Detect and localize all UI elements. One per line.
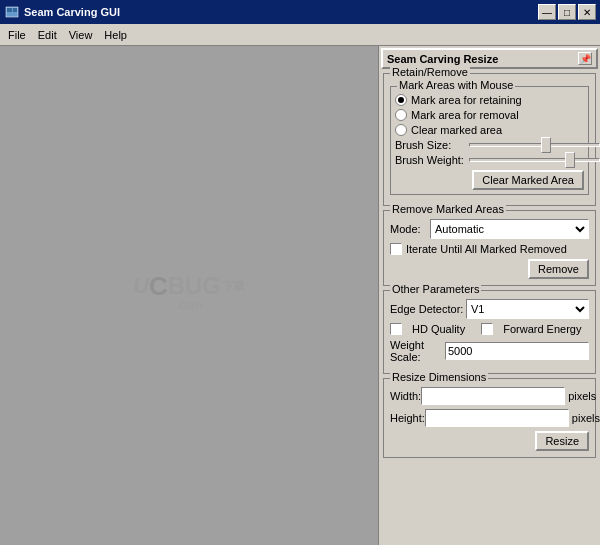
panel-title-buttons: 📌 xyxy=(578,52,592,65)
weight-scale-label: Weight Scale: xyxy=(390,339,445,363)
main-area: U C BUG 下载 .com Seam Carving Resize 📌 Re… xyxy=(0,46,600,545)
resize-button[interactable]: Resize xyxy=(535,431,589,451)
iterate-label: Iterate Until All Marked Removed xyxy=(406,243,567,255)
forward-energy-checkbox[interactable] xyxy=(481,323,493,335)
mode-label: Mode: xyxy=(390,223,430,235)
retain-remove-title: Retain/Remove xyxy=(390,66,470,78)
brush-size-label: Brush Size: xyxy=(395,139,469,151)
brush-weight-label: Brush Weight: xyxy=(395,154,469,166)
remove-button[interactable]: Remove xyxy=(528,259,589,279)
svg-rect-2 xyxy=(13,8,17,12)
menu-help[interactable]: Help xyxy=(98,27,133,43)
menu-bar: File Edit View Help xyxy=(0,24,600,46)
radio-row-retain: Mark area for retaining xyxy=(395,94,584,106)
width-label: Width: xyxy=(390,390,421,402)
minimize-button[interactable]: — xyxy=(538,4,556,20)
forward-energy-label: Forward Energy xyxy=(503,323,581,335)
edge-detector-label: Edge Detector: xyxy=(390,303,466,315)
other-params-title: Other Parameters xyxy=(390,283,481,295)
panel-pin-button[interactable]: 📌 xyxy=(578,52,592,65)
radio-removal[interactable] xyxy=(395,109,407,121)
other-params-group: Other Parameters Edge Detector: V1 V2 HD… xyxy=(383,290,596,374)
menu-file[interactable]: File xyxy=(2,27,32,43)
menu-edit[interactable]: Edit xyxy=(32,27,63,43)
app-title: Seam Carving GUI xyxy=(24,6,538,18)
brush-weight-slider[interactable] xyxy=(469,158,600,162)
height-row: Height: pixels xyxy=(390,409,589,427)
weight-scale-row: Weight Scale: xyxy=(390,339,589,363)
edge-detector-select[interactable]: V1 V2 xyxy=(466,299,589,319)
svg-rect-1 xyxy=(7,8,12,12)
canvas-area: U C BUG 下载 .com xyxy=(0,46,378,545)
width-pixels-label: pixels xyxy=(568,390,596,402)
height-pixels-label: pixels xyxy=(572,412,600,424)
mark-areas-title: Mark Areas with Mouse xyxy=(397,79,515,91)
radio-removal-label: Mark area for removal xyxy=(411,109,519,121)
brush-weight-row: Brush Weight: xyxy=(395,154,584,166)
edge-detector-row: Edge Detector: V1 V2 xyxy=(390,299,589,319)
mode-select[interactable]: Automatic Manual xyxy=(430,219,589,239)
iterate-checkbox[interactable] xyxy=(390,243,402,255)
radio-row-removal: Mark area for removal xyxy=(395,109,584,121)
radio-clear-label: Clear marked area xyxy=(411,124,502,136)
radio-retain-label: Mark area for retaining xyxy=(411,94,522,106)
radio-clear[interactable] xyxy=(395,124,407,136)
watermark: U C BUG 下载 .com xyxy=(133,271,245,312)
width-row: Width: pixels xyxy=(390,387,589,405)
height-input[interactable] xyxy=(425,409,569,427)
weight-scale-input[interactable] xyxy=(445,342,589,360)
menu-view[interactable]: View xyxy=(63,27,99,43)
resize-dims-title: Resize Dimensions xyxy=(390,371,488,383)
maximize-button[interactable]: □ xyxy=(558,4,576,20)
window-controls: — □ ✕ xyxy=(538,4,596,20)
retain-remove-group: Retain/Remove Mark Areas with Mouse Mark… xyxy=(383,73,596,206)
quality-row: HD Quality Forward Energy xyxy=(390,323,589,335)
mark-areas-group: Mark Areas with Mouse Mark area for reta… xyxy=(390,86,589,195)
app-icon xyxy=(4,4,20,20)
right-panel: Seam Carving Resize 📌 Retain/Remove Mark… xyxy=(378,46,600,545)
width-input[interactable] xyxy=(421,387,565,405)
iterate-row: Iterate Until All Marked Removed xyxy=(390,243,589,255)
brush-size-slider[interactable] xyxy=(469,143,600,147)
radio-row-clear: Clear marked area xyxy=(395,124,584,136)
remove-marked-group: Remove Marked Areas Mode: Automatic Manu… xyxy=(383,210,596,286)
panel-title: Seam Carving Resize xyxy=(387,53,498,65)
hd-quality-label: HD Quality xyxy=(412,323,465,335)
hd-quality-checkbox[interactable] xyxy=(390,323,402,335)
resize-dims-group: Resize Dimensions Width: pixels Height: … xyxy=(383,378,596,458)
remove-marked-title: Remove Marked Areas xyxy=(390,203,506,215)
mode-row: Mode: Automatic Manual xyxy=(390,219,589,239)
brush-size-row: Brush Size: xyxy=(395,139,584,151)
radio-retain[interactable] xyxy=(395,94,407,106)
title-bar: Seam Carving GUI — □ ✕ xyxy=(0,0,600,24)
height-label: Height: xyxy=(390,412,425,424)
close-button[interactable]: ✕ xyxy=(578,4,596,20)
clear-marked-area-button[interactable]: Clear Marked Area xyxy=(472,170,584,190)
